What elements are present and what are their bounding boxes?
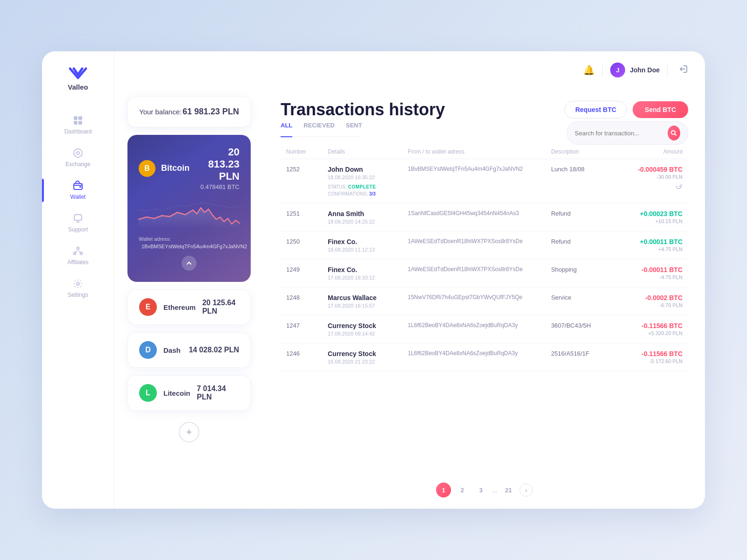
table-row: 1246 Currency Stock 16.08.2020 21:23:22 … bbox=[281, 343, 688, 371]
tx-address: 1SanNfCasdGE5f4GH45wq3454nN454nAs3 bbox=[402, 203, 545, 231]
dash-icon: D bbox=[139, 341, 157, 359]
page-3-button[interactable]: 3 bbox=[473, 483, 488, 497]
sidebar-item-settings[interactable]: Settings bbox=[42, 273, 114, 304]
tx-amount: -0.0002 BTC -6.70 PLN bbox=[613, 287, 688, 315]
svg-rect-0 bbox=[74, 116, 78, 120]
dash-value: 14 028.02 PLN bbox=[189, 346, 239, 354]
affiliates-icon bbox=[73, 246, 83, 256]
request-btc-button[interactable]: Request BTC bbox=[564, 101, 627, 119]
search-input[interactable] bbox=[575, 130, 664, 137]
transactions-table: Number Details From / to wallet adress D… bbox=[281, 145, 688, 371]
svg-rect-2 bbox=[74, 121, 78, 125]
sidebar-item-exchange[interactable]: Exchange bbox=[42, 142, 114, 173]
page-1-button[interactable]: 1 bbox=[436, 483, 451, 497]
tx-action-buttons: Request BTC Send BTC bbox=[564, 101, 688, 119]
tx-amount: -0.000459 BTC -30.00 PLN bbox=[613, 159, 688, 203]
notification-bell-icon[interactable]: 🔔 bbox=[583, 64, 595, 76]
page-21-button[interactable]: 21 bbox=[501, 483, 516, 497]
tx-details: John Down 18.08.2020 16:35:22 STATUS: CO… bbox=[322, 159, 402, 203]
sidebar-item-support[interactable]: Support bbox=[42, 208, 114, 238]
tx-description: Refund bbox=[545, 231, 613, 259]
sidebar-label-settings: Settings bbox=[68, 292, 88, 298]
table-row: 1250 Finex Co. 18.08.2020 11:12:13 1AWeE… bbox=[281, 231, 688, 259]
svg-rect-7 bbox=[74, 215, 82, 220]
col-amount: Amount bbox=[613, 145, 688, 159]
add-crypto-button[interactable]: + bbox=[179, 422, 199, 442]
tx-details: Currency Stock 16.08.2020 21:23:22 bbox=[322, 343, 402, 371]
content-area: 🔔 J John Doe Your balance: 61 981.23 PLN bbox=[114, 51, 705, 509]
svg-rect-6 bbox=[79, 186, 81, 188]
tx-address: 1BvBMSEYstWetqTFn5Au4m4GFg7xJaNVN2 bbox=[402, 159, 545, 203]
tx-description: Refund bbox=[545, 203, 613, 231]
tx-number: 1246 bbox=[281, 343, 322, 371]
svg-point-4 bbox=[74, 149, 82, 157]
tab-all[interactable]: ALL bbox=[281, 122, 292, 137]
user-name: John Doe bbox=[630, 66, 660, 74]
settings-icon bbox=[73, 279, 83, 289]
user-profile-area[interactable]: J John Doe bbox=[610, 63, 660, 77]
tx-details: Finex Co. 18.08.2020 11:12:13 bbox=[322, 231, 402, 259]
tx-description: Shopping bbox=[545, 259, 613, 287]
top-header: 🔔 J John Doe bbox=[114, 51, 705, 89]
tabs-search-row: ALL RECIEVED SENT bbox=[281, 121, 688, 145]
balance-label: Your balance: bbox=[139, 108, 182, 116]
send-btc-button[interactable]: Send BTC bbox=[633, 101, 688, 118]
exchange-icon bbox=[73, 148, 83, 158]
tx-description: 3607/BC43/5H bbox=[545, 315, 613, 343]
tx-number: 1252 bbox=[281, 159, 322, 203]
balance-card: Your balance: 61 981.23 PLN bbox=[127, 96, 251, 127]
avatar: J bbox=[610, 63, 625, 77]
wallet-panel: Your balance: 61 981.23 PLN B Bitcoin 20… bbox=[114, 89, 264, 509]
tx-number: 1248 bbox=[281, 287, 322, 315]
sidebar-label-exchange: Exchange bbox=[65, 161, 90, 168]
logout-icon[interactable] bbox=[679, 64, 688, 76]
balance-value: 61 981.23 PLN bbox=[183, 107, 239, 117]
btc-address-label: Wallet adress: bbox=[139, 236, 240, 242]
litecoin-icon: L bbox=[139, 384, 157, 402]
svg-point-11 bbox=[77, 282, 79, 285]
search-button[interactable] bbox=[668, 126, 680, 140]
svg-point-8 bbox=[77, 247, 79, 250]
sidebar-label-affiliates: Affiliates bbox=[67, 259, 88, 266]
tx-address: 1L6f62BeoBY4DAe8xNA6sZoejdBuRqDA3y bbox=[402, 343, 545, 371]
tx-address: 15NwV76DRi7h4uGEpst7GbYWvQUfFJY5Qe bbox=[402, 287, 545, 315]
tx-details: Finex Co. 17.08.2020 18:33:12 bbox=[322, 259, 402, 287]
svg-rect-1 bbox=[78, 116, 82, 120]
valleo-logo-icon bbox=[68, 66, 88, 80]
litecoin-name: Litecoin bbox=[163, 389, 190, 397]
tab-received[interactable]: RECIEVED bbox=[303, 122, 334, 131]
ethereum-value: 20 125.64 PLN bbox=[202, 299, 239, 315]
table-row: 1251 Anna Smith 18.08.2020 14:25:22 1San… bbox=[281, 203, 688, 231]
collapse-button[interactable] bbox=[182, 256, 197, 271]
btc-address-row: 1BvBMSEYstWetqTFn5Au4m4GFg7xJaNVN2 bbox=[139, 244, 240, 249]
bitcoin-header: B Bitcoin 20 813.23 PLN 0.478481 BTC bbox=[139, 146, 240, 190]
sidebar-item-dashboard[interactable]: Dashboard bbox=[42, 110, 114, 140]
ethereum-icon: E bbox=[139, 298, 157, 316]
sidebar-item-affiliates[interactable]: Affiliates bbox=[42, 240, 114, 271]
page-2-button[interactable]: 2 bbox=[455, 483, 470, 497]
main-layout: Your balance: 61 981.23 PLN B Bitcoin 20… bbox=[114, 89, 705, 509]
sidebar-label-wallet: Wallet bbox=[70, 194, 86, 200]
col-address: From / to wallet adress bbox=[402, 145, 545, 159]
sidebar-item-wallet[interactable]: Wallet bbox=[42, 175, 114, 206]
ethereum-card: E Ethereum 20 125.64 PLN bbox=[127, 289, 251, 325]
sidebar: Valleo Dashboard Exchange bbox=[42, 51, 114, 509]
tx-description: Lunch 18/08 bbox=[545, 159, 613, 203]
tx-amount: -0.11566 BTC -5 172.60 PLN bbox=[613, 343, 688, 371]
tx-number: 1249 bbox=[281, 259, 322, 287]
tx-amount: -0.00011 BTC -4.75 PLN bbox=[613, 259, 688, 287]
bitcoin-amount-pln: 20 813.23 PLN bbox=[195, 146, 240, 182]
btc-chart-svg bbox=[139, 196, 240, 229]
tx-number: 1250 bbox=[281, 231, 322, 259]
tx-address: 1L6f62BeoBY4DAe8xNA6sZoejdBuRqDA3y bbox=[402, 315, 545, 343]
page-next-button[interactable]: › bbox=[520, 483, 533, 497]
tab-sent[interactable]: SENT bbox=[346, 122, 362, 131]
bitcoin-icon: B bbox=[139, 160, 155, 177]
table-row: 1247 Currency Stock 17.08.2020 09:14:42 … bbox=[281, 315, 688, 343]
tx-description: Service bbox=[545, 287, 613, 315]
logo-area: Valleo bbox=[68, 66, 88, 91]
ethereum-name: Ethereum bbox=[163, 303, 196, 311]
transactions-panel: Transactions history Request BTC Send BT… bbox=[264, 89, 705, 509]
logo-text: Valleo bbox=[68, 83, 88, 91]
dashboard-icon bbox=[73, 115, 83, 126]
